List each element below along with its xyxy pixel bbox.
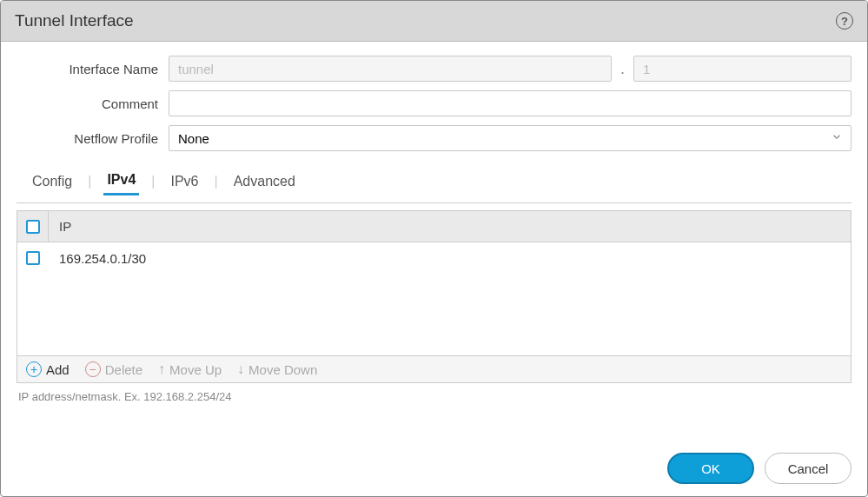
label-interface-name: Interface Name xyxy=(17,62,169,76)
ip-table: IP 169.254.0.1/30 + Add − Delete ↑ Move … xyxy=(17,210,851,383)
cancel-button[interactable]: Cancel xyxy=(765,453,851,484)
row-netflow: Netflow Profile xyxy=(17,125,851,151)
ip-cell: 169.254.0.1/30 xyxy=(49,251,146,266)
row-comment: Comment xyxy=(17,90,851,116)
tab-bar: Config | IPv4 | IPv6 | Advanced xyxy=(17,167,851,195)
delete-button[interactable]: − Delete xyxy=(85,361,142,377)
plus-icon: + xyxy=(26,361,42,377)
label-netflow: Netflow Profile xyxy=(17,131,169,146)
table-header: IP xyxy=(17,211,851,242)
arrow-up-icon: ↑ xyxy=(158,361,165,377)
add-button[interactable]: + Add xyxy=(26,361,70,377)
tab-ipv6[interactable]: IPv6 xyxy=(167,169,202,195)
hint-text: IP address/netmask. Ex. 192.168.2.254/24 xyxy=(17,390,851,403)
table-body: 169.254.0.1/30 xyxy=(17,242,851,355)
interface-name-input[interactable] xyxy=(169,56,612,82)
interface-unit-input[interactable] xyxy=(633,56,851,82)
dialog-body: Interface Name . Comment Netflow Profile… xyxy=(1,42,867,412)
dialog-header: Tunnel Interface ? xyxy=(1,1,867,42)
interface-separator: . xyxy=(619,60,626,78)
tab-ipv4[interactable]: IPv4 xyxy=(103,167,139,195)
help-icon[interactable]: ? xyxy=(836,12,853,30)
move-up-button[interactable]: ↑ Move Up xyxy=(158,361,222,377)
column-ip: IP xyxy=(49,219,71,234)
arrow-down-icon: ↓ xyxy=(237,361,244,377)
row-interface-name: Interface Name . xyxy=(17,56,851,82)
tab-config[interactable]: Config xyxy=(29,169,76,195)
table-toolbar: + Add − Delete ↑ Move Up ↓ Move Down xyxy=(17,355,851,382)
ok-button[interactable]: OK xyxy=(667,453,754,484)
label-comment: Comment xyxy=(17,96,169,111)
select-all-checkbox[interactable] xyxy=(26,220,40,234)
comment-input[interactable] xyxy=(169,90,851,116)
dialog-title: Tunnel Interface xyxy=(15,11,134,30)
row-checkbox[interactable] xyxy=(26,251,40,265)
netflow-select[interactable] xyxy=(169,125,851,151)
move-down-button[interactable]: ↓ Move Down xyxy=(237,361,317,377)
tab-advanced[interactable]: Advanced xyxy=(230,169,299,195)
table-row[interactable]: 169.254.0.1/30 xyxy=(17,242,851,274)
minus-icon: − xyxy=(85,361,101,377)
dialog-footer: OK Cancel xyxy=(667,453,851,484)
